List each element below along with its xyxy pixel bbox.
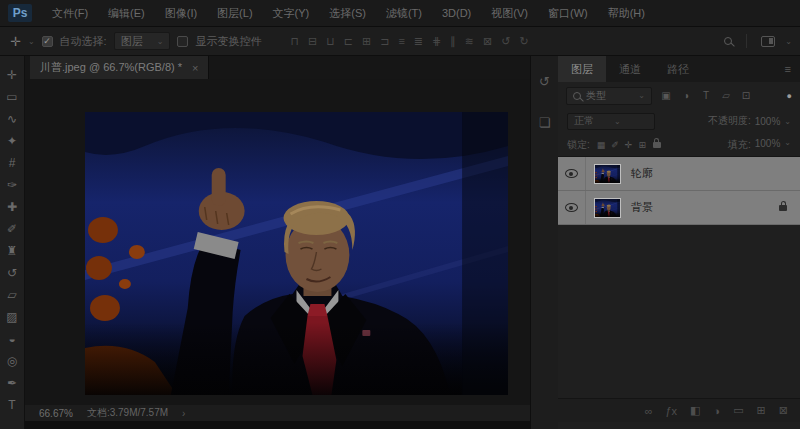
visibility-toggle[interactable] <box>558 191 586 224</box>
delete-layer-icon[interactable]: ⊠ <box>779 404 788 417</box>
workspace-switcher-icon[interactable] <box>761 36 775 47</box>
zoom-level[interactable]: 66.67% <box>39 408 73 419</box>
properties-panel-icon[interactable]: ❏ <box>539 115 551 130</box>
link-layers-icon[interactable]: ∞ <box>645 405 653 417</box>
align-left-edges-icon[interactable]: ⊏ <box>344 35 353 48</box>
lock-image-pixels-icon[interactable]: ✐ <box>611 140 619 150</box>
lock-icons: ▦✐✛⊞ <box>597 140 646 150</box>
eraser-tool[interactable]: ▱ <box>0 284 24 306</box>
tool-preset-chevron-icon[interactable]: ⌄ <box>28 37 35 46</box>
eyedropper-tool[interactable]: ✑ <box>0 174 24 196</box>
menu-item[interactable]: 视图(V) <box>481 0 538 27</box>
align-horizontal-centers-icon[interactable]: ⊞ <box>362 35 371 48</box>
menu-item[interactable]: 图层(L) <box>207 0 262 27</box>
tab-close-icon[interactable]: × <box>192 62 198 74</box>
gradient-tool[interactable]: ▨ <box>0 306 24 328</box>
filter-type-layers-icon[interactable]: T <box>698 90 714 101</box>
tab-layers[interactable]: 图层 <box>558 56 606 82</box>
tool-glyph: ✚ <box>7 200 17 214</box>
menu-item[interactable]: 3D(D) <box>432 0 481 27</box>
move-tool[interactable]: ✛ <box>0 64 24 86</box>
new-layer-icon[interactable]: ⊞ <box>757 404 766 417</box>
rotate-view-ccw-icon[interactable]: ↺ <box>501 35 510 48</box>
menu-item[interactable]: 帮助(H) <box>598 0 655 27</box>
distribute-bottom-edges-icon[interactable]: ⋕ <box>432 35 441 48</box>
filter-shape-layers-icon[interactable]: ▱ <box>718 90 734 101</box>
blur-tool[interactable]: ◒ <box>0 328 24 350</box>
new-group-icon[interactable]: ▭ <box>733 404 743 417</box>
distribute-left-edges-icon[interactable]: ∥ <box>450 35 456 48</box>
fill-value[interactable]: 100% <box>755 138 781 152</box>
layers-panel-footer: ∞ƒx◧◑▭⊞⊠ <box>558 398 800 422</box>
opacity-value[interactable]: 100% <box>755 116 781 127</box>
document-area: 川普.jpeg @ 66.7%(RGB/8) * × 66.67% 文档:3.7… <box>25 56 530 429</box>
align-top-edges-icon[interactable]: ⊓ <box>290 35 299 48</box>
status-arrow-icon[interactable]: › <box>182 408 185 419</box>
marquee-tool[interactable]: ▭ <box>0 86 24 108</box>
type-tool[interactable]: T <box>0 394 24 416</box>
layer-row-outline[interactable]: 轮廓 <box>558 157 800 191</box>
filter-smart-objects-icon[interactable]: ⊡ <box>738 90 754 101</box>
distribute-horizontal-centers-icon[interactable]: ≋ <box>465 35 474 48</box>
new-adjustment-layer-icon[interactable]: ◑ <box>714 405 721 417</box>
lock-position-icon[interactable]: ✛ <box>625 140 633 150</box>
align-bottom-edges-icon[interactable]: ⊔ <box>326 35 335 48</box>
layer-name[interactable]: 轮廓 <box>631 166 653 181</box>
align-right-edges-icon[interactable]: ⊐ <box>380 35 389 48</box>
tab-channels[interactable]: 通道 <box>606 56 654 82</box>
lasso-tool[interactable]: ∿ <box>0 108 24 130</box>
rotate-view-cw-icon[interactable]: ↻ <box>519 35 528 48</box>
distribute-right-edges-icon[interactable]: ⊠ <box>483 35 492 48</box>
tab-paths[interactable]: 路径 <box>654 56 702 82</box>
menu-item[interactable]: 文字(Y) <box>263 0 320 27</box>
clone-stamp-tool[interactable]: ♜ <box>0 240 24 262</box>
layer-row-background[interactable]: 背景 <box>558 191 800 225</box>
layer-style-icon[interactable]: ƒx <box>665 405 677 417</box>
tool-glyph: ✛ <box>7 68 17 82</box>
menu-item[interactable]: 选择(S) <box>319 0 376 27</box>
lock-all-icon[interactable] <box>653 142 661 148</box>
document-tab[interactable]: 川普.jpeg @ 66.7%(RGB/8) * × <box>30 56 209 79</box>
auto-select-checkbox[interactable]: ✓ <box>42 36 53 47</box>
tool-glyph: ▭ <box>6 90 17 104</box>
history-brush-tool[interactable]: ↺ <box>0 262 24 284</box>
filter-type-dropdown[interactable]: 类型 ⌄ <box>566 87 652 105</box>
layer-filter-row: 类型 ⌄ ▣◑T▱⊡ ● <box>558 82 800 109</box>
auto-select-target-dropdown[interactable]: 图层 ⌄ <box>114 32 171 50</box>
chevron-down-icon[interactable]: ⌄ <box>785 37 792 46</box>
panel-menu-icon[interactable]: ≡ <box>785 63 791 75</box>
brush-tool[interactable]: ✐ <box>0 218 24 240</box>
status-bar: 66.67% 文档:3.79M/7.57M › <box>25 405 530 421</box>
menu-item[interactable]: 滤镜(T) <box>376 0 432 27</box>
menu-item[interactable]: 文件(F) <box>42 0 98 27</box>
menu-item[interactable]: 编辑(E) <box>98 0 155 27</box>
layer-filter-toggle[interactable]: ● <box>787 91 792 101</box>
dodge-tool[interactable]: ◎ <box>0 350 24 372</box>
menu-item[interactable]: 窗口(W) <box>538 0 598 27</box>
layer-name[interactable]: 背景 <box>631 200 653 215</box>
menu-item[interactable]: 图像(I) <box>155 0 207 27</box>
add-layer-mask-icon[interactable]: ◧ <box>690 404 700 417</box>
filter-adjustment-layers-icon[interactable]: ◑ <box>678 90 694 101</box>
visibility-toggle[interactable] <box>558 157 586 190</box>
tool-glyph: ◒ <box>8 332 15 346</box>
canvas[interactable] <box>25 79 530 405</box>
healing-brush-tool[interactable]: ✚ <box>0 196 24 218</box>
quick-selection-tool[interactable]: ✦ <box>0 130 24 152</box>
search-icon[interactable] <box>724 37 732 45</box>
show-transform-checkbox[interactable] <box>177 36 188 47</box>
distribute-top-edges-icon[interactable]: ≡ <box>398 35 404 47</box>
distribute-vertical-centers-icon[interactable]: ≣ <box>414 35 423 48</box>
filter-pixel-layers-icon[interactable]: ▣ <box>658 90 674 101</box>
lock-artboard-icon[interactable]: ⊞ <box>638 140 646 150</box>
blend-mode-dropdown[interactable]: 正常 ⌄ <box>567 113 655 130</box>
chevron-down-icon: ⌄ <box>638 91 645 100</box>
crop-tool[interactable]: # <box>0 152 24 174</box>
lock-transparent-pixels-icon[interactable]: ▦ <box>597 140 606 150</box>
pen-tool[interactable]: ✒ <box>0 372 24 394</box>
history-panel-icon[interactable]: ↺ <box>539 74 550 89</box>
align-vertical-centers-icon[interactable]: ⊟ <box>308 35 317 48</box>
layer-thumbnail <box>594 198 621 218</box>
eye-icon <box>565 203 578 212</box>
lock-row: 锁定: ▦✐✛⊞ 填充: 100% ⌄ <box>558 133 800 156</box>
